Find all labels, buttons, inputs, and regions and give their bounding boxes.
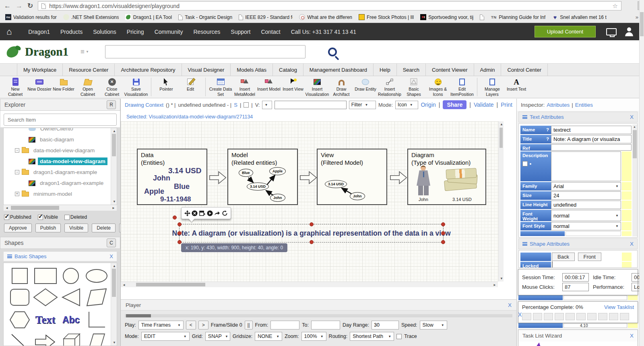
tab-my-workplace[interactable]: My Workplace bbox=[17, 64, 63, 76]
tool-edit[interactable]: Edit bbox=[178, 77, 202, 96]
tool-new-folder[interactable]: New Folder bbox=[52, 77, 76, 96]
tree-horizontal-scrollbar[interactable] bbox=[3, 205, 117, 211]
edit-mode-select[interactable]: EDIT bbox=[141, 332, 190, 341]
resize-handle[interactable] bbox=[178, 222, 182, 226]
shape-parallelogram[interactable] bbox=[84, 288, 109, 307]
resize-handle[interactable] bbox=[441, 240, 445, 244]
tab-control-center[interactable]: Control Center bbox=[501, 64, 548, 76]
bookmark[interactable]: What are the differen bbox=[296, 13, 355, 21]
collapse-expander-icon[interactable]: - bbox=[15, 170, 19, 174]
day-range-input[interactable] bbox=[372, 321, 399, 329]
wizard-close[interactable]: X bbox=[630, 333, 634, 339]
selected-note-shape[interactable]: Note: A diagram (or visualization) is a … bbox=[179, 224, 444, 242]
shape-rectangle[interactable] bbox=[33, 268, 58, 284]
next-frame-button[interactable]: > bbox=[198, 321, 208, 329]
size-input[interactable]: 24 bbox=[551, 191, 621, 200]
bookmark[interactable]: Dragon1 | EA Tool bbox=[122, 13, 175, 21]
drawing-grid[interactable]: Data (Entities) 3.14 USD John Blue Apple… bbox=[121, 121, 498, 282]
user-icon[interactable] bbox=[625, 27, 634, 36]
delete-button[interactable]: Delete bbox=[92, 224, 116, 232]
shape-corner-line[interactable] bbox=[84, 311, 109, 329]
collapse-expander-icon[interactable]: - bbox=[15, 148, 19, 153]
tool-new-dossier[interactable]: New Dossier bbox=[27, 77, 52, 96]
help-icon[interactable]: ? bbox=[546, 137, 549, 143]
bookmark[interactable]: nuValidation results for bbox=[2, 13, 60, 21]
tool-insert-model[interactable]: Insert Model bbox=[257, 77, 281, 96]
nav-pricing[interactable]: Pricing bbox=[122, 29, 149, 35]
shapes-collapse-button[interactable]: C bbox=[107, 238, 116, 247]
bookmark[interactable]: Task - Organic Design bbox=[175, 14, 235, 21]
selected-visualization-link[interactable]: Selected: Visualization/data-model-view-… bbox=[126, 114, 253, 120]
bookmark[interactable]: TNPlanning Guide for Inf bbox=[488, 13, 548, 21]
nav-resources[interactable]: Resources bbox=[188, 29, 225, 35]
tool-draw-entity[interactable]: Draw Entity bbox=[353, 77, 378, 96]
resize-handle[interactable] bbox=[310, 222, 314, 226]
tool-insert-text[interactable]: Insert Text bbox=[504, 77, 528, 96]
context-checkbox[interactable] bbox=[244, 102, 249, 108]
nav-products[interactable]: Products bbox=[55, 29, 88, 35]
shape-hexagon[interactable] bbox=[7, 311, 33, 329]
help-icon[interactable]: ? bbox=[546, 127, 549, 134]
description-textarea[interactable] bbox=[551, 151, 621, 181]
shape-diamond[interactable] bbox=[33, 288, 58, 307]
tool-insert-visualization[interactable]: Insert Visualization bbox=[305, 77, 329, 97]
expand-expander-icon[interactable]: + bbox=[15, 192, 19, 196]
s-link[interactable]: S bbox=[234, 102, 237, 108]
family-select[interactable]: Arial bbox=[551, 182, 621, 191]
tool-pointer[interactable]: Pointer bbox=[154, 77, 178, 96]
bookmark[interactable]: .NET Shell Extensions bbox=[60, 13, 122, 21]
explorer-collapse-button[interactable]: R bbox=[107, 100, 116, 109]
diagram-box-data[interactable]: Data (Entities) 3.14 USD John Blue Apple… bbox=[137, 149, 207, 205]
shape-arrow-right[interactable] bbox=[33, 333, 58, 346]
home-icon[interactable]: ⌂ bbox=[6, 27, 12, 37]
to-input[interactable] bbox=[311, 321, 340, 329]
search-icon[interactable] bbox=[328, 48, 337, 56]
name-input[interactable]: textrect bbox=[551, 126, 632, 134]
rotate-handle[interactable] bbox=[173, 215, 177, 220]
view-tasklist-link[interactable]: View Tasklist bbox=[604, 304, 634, 310]
forward-icon[interactable]: → bbox=[16, 2, 23, 10]
tool-basic-shapes[interactable]: Basic Shapes bbox=[402, 77, 426, 97]
address-bar[interactable]: https://www.dragon1.com/visualdesigner/p… bbox=[38, 1, 621, 10]
speed-select[interactable]: Slow bbox=[420, 321, 447, 329]
checkbox-deleted[interactable] bbox=[64, 215, 70, 220]
text-attributes-close[interactable]: X bbox=[630, 114, 634, 120]
url-text[interactable]: https://www.dragon1.com/visualdesigner/p… bbox=[49, 3, 609, 9]
tab-architecture-repository[interactable]: Architecture Repository bbox=[115, 64, 182, 76]
back-icon[interactable]: ← bbox=[4, 2, 11, 10]
back-button[interactable]: Back bbox=[552, 253, 575, 261]
player-close[interactable]: X bbox=[508, 302, 512, 308]
shape-square[interactable] bbox=[7, 268, 33, 284]
filter-select[interactable]: Filter bbox=[349, 101, 376, 109]
font-weight-select[interactable]: normal bbox=[551, 210, 621, 221]
tree-item-dragon1-diagram-example[interactable]: dragon1-diagram-example bbox=[5, 178, 117, 189]
tab-catalog[interactable]: Catalog bbox=[273, 64, 303, 76]
move-icon[interactable] bbox=[184, 210, 191, 217]
tree-item-data-model-view-diagram-selected[interactable]: data-model-view-diagram bbox=[5, 156, 117, 167]
share-button[interactable]: Share bbox=[443, 100, 466, 109]
gridsize-select[interactable]: NONE bbox=[255, 332, 282, 341]
nav-community[interactable]: Community bbox=[149, 29, 188, 35]
filter-visible[interactable]: Visible bbox=[38, 214, 58, 220]
shape-triangle-left[interactable] bbox=[58, 288, 84, 307]
shape-cube[interactable] bbox=[58, 333, 84, 346]
nav-dragon1[interactable]: Dragon1 bbox=[23, 29, 55, 35]
connect-icon[interactable] bbox=[214, 210, 221, 217]
font-style-select[interactable]: normal bbox=[551, 222, 621, 230]
prev-frame-button[interactable]: < bbox=[186, 321, 196, 329]
bookmark[interactable]: RISportvoeding voor, tij bbox=[417, 13, 476, 21]
tree-folder-data-model-view-diagram[interactable]: -data-model-view-diagram bbox=[5, 145, 117, 156]
shape-attributes-close[interactable]: X bbox=[630, 241, 634, 247]
locked-checkbox[interactable] bbox=[552, 261, 553, 268]
site-search-input[interactable] bbox=[105, 45, 305, 58]
resize-handle[interactable] bbox=[441, 231, 445, 235]
front-button[interactable]: Front bbox=[578, 253, 601, 261]
mode-select[interactable]: Icon bbox=[395, 101, 418, 109]
delete-icon[interactable] bbox=[191, 210, 198, 217]
tree-folder-dragon1-diagram-example[interactable]: -dragon1-diagram-example bbox=[5, 167, 117, 178]
shape-ellipse[interactable] bbox=[84, 268, 109, 284]
canvas-vertical-scrollbar[interactable] bbox=[498, 121, 504, 282]
resize-handle[interactable] bbox=[441, 222, 445, 226]
tab-resource-center[interactable]: Resource Center bbox=[63, 64, 115, 76]
tree-item-basic-diagram[interactable]: basic-diagram bbox=[5, 134, 117, 145]
